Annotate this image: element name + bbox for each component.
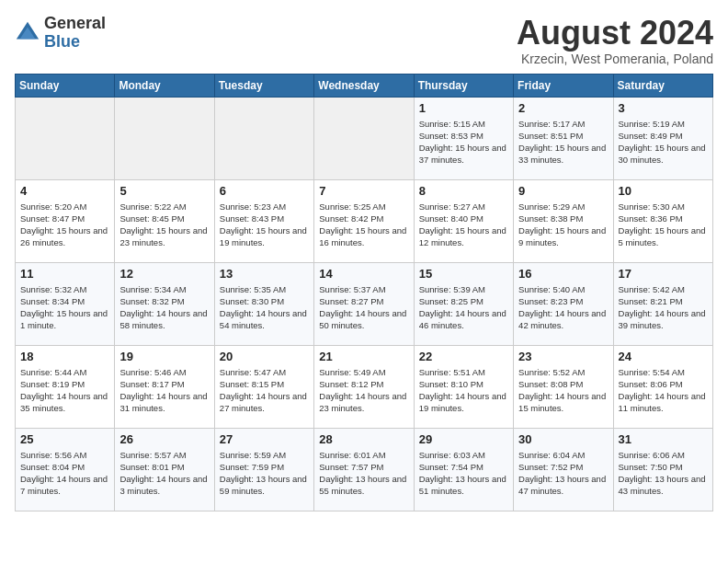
calendar-day-cell: 28Sunrise: 6:01 AMSunset: 7:57 PMDayligh… (314, 428, 414, 511)
calendar-day-cell: 11Sunrise: 5:32 AMSunset: 8:34 PMDayligh… (16, 262, 115, 345)
day-info: Sunrise: 5:59 AMSunset: 7:59 PMDaylight:… (220, 449, 309, 498)
calendar-day-cell: 27Sunrise: 5:59 AMSunset: 7:59 PMDayligh… (214, 428, 313, 511)
calendar-day-cell: 4Sunrise: 5:20 AMSunset: 8:47 PMDaylight… (16, 179, 115, 262)
day-number: 30 (518, 432, 608, 446)
day-info: Sunrise: 5:34 AMSunset: 8:32 PMDaylight:… (119, 283, 209, 332)
page-header: General Blue August 2024 Krzecin, West P… (15, 15, 713, 66)
calendar-day-cell: 22Sunrise: 5:51 AMSunset: 8:10 PMDayligh… (414, 345, 513, 428)
calendar-day-cell: 1Sunrise: 5:15 AMSunset: 8:53 PMDaylight… (414, 97, 513, 179)
weekday-header: Tuesday (214, 74, 313, 97)
calendar-day-cell: 6Sunrise: 5:23 AMSunset: 8:43 PMDaylight… (214, 179, 313, 262)
calendar-day-cell: 2Sunrise: 5:17 AMSunset: 8:51 PMDaylight… (514, 97, 613, 179)
day-info: Sunrise: 5:47 AMSunset: 8:15 PMDaylight:… (220, 366, 309, 415)
day-number: 16 (518, 267, 608, 281)
day-number: 22 (419, 350, 508, 363)
day-info: Sunrise: 5:19 AMSunset: 8:49 PMDaylight:… (619, 118, 708, 167)
calendar-table: SundayMondayTuesdayWednesdayThursdayFrid… (15, 74, 713, 511)
calendar-day-cell: 5Sunrise: 5:22 AMSunset: 8:45 PMDaylight… (115, 179, 214, 262)
day-number: 20 (220, 350, 309, 363)
logo-blue: Blue (44, 32, 80, 51)
day-number: 10 (619, 184, 708, 198)
calendar-week-row: 25Sunrise: 5:56 AMSunset: 8:04 PMDayligh… (16, 428, 713, 511)
calendar-week-row: 4Sunrise: 5:20 AMSunset: 8:47 PMDaylight… (16, 179, 713, 262)
calendar-day-cell: 10Sunrise: 5:30 AMSunset: 8:36 PMDayligh… (613, 179, 712, 262)
calendar-day-cell: 26Sunrise: 5:57 AMSunset: 8:01 PMDayligh… (115, 428, 214, 511)
calendar-day-cell: 29Sunrise: 6:03 AMSunset: 7:54 PMDayligh… (414, 428, 513, 511)
day-number: 15 (419, 267, 508, 281)
day-number: 21 (319, 350, 408, 363)
day-info: Sunrise: 5:20 AMSunset: 8:47 PMDaylight:… (20, 201, 109, 249)
calendar-day-cell (115, 97, 214, 179)
calendar-day-cell: 8Sunrise: 5:27 AMSunset: 8:40 PMDaylight… (414, 179, 513, 262)
calendar-day-cell: 7Sunrise: 5:25 AMSunset: 8:42 PMDaylight… (314, 179, 414, 262)
day-info: Sunrise: 5:40 AMSunset: 8:23 PMDaylight:… (518, 283, 608, 332)
calendar-day-cell: 19Sunrise: 5:46 AMSunset: 8:17 PMDayligh… (115, 345, 214, 428)
calendar-day-cell (214, 97, 313, 179)
day-info: Sunrise: 5:44 AMSunset: 8:19 PMDaylight:… (20, 366, 109, 415)
calendar-day-cell: 14Sunrise: 5:37 AMSunset: 8:27 PMDayligh… (314, 262, 414, 345)
calendar-day-cell: 20Sunrise: 5:47 AMSunset: 8:15 PMDayligh… (214, 345, 313, 428)
day-info: Sunrise: 5:29 AMSunset: 8:38 PMDaylight:… (518, 201, 608, 249)
calendar-day-cell (16, 97, 115, 179)
day-number: 11 (20, 267, 109, 281)
calendar-day-cell: 9Sunrise: 5:29 AMSunset: 8:38 PMDaylight… (514, 179, 613, 262)
month-year: August 2024 (517, 15, 713, 52)
day-info: Sunrise: 5:42 AMSunset: 8:21 PMDaylight:… (619, 283, 708, 332)
day-info: Sunrise: 5:39 AMSunset: 8:25 PMDaylight:… (419, 283, 508, 332)
day-info: Sunrise: 5:49 AMSunset: 8:12 PMDaylight:… (319, 366, 408, 415)
day-number: 13 (220, 267, 309, 281)
weekday-header-row: SundayMondayTuesdayWednesdayThursdayFrid… (16, 74, 713, 97)
calendar-week-row: 1Sunrise: 5:15 AMSunset: 8:53 PMDaylight… (16, 97, 713, 179)
day-number: 4 (20, 184, 109, 198)
calendar-day-cell: 3Sunrise: 5:19 AMSunset: 8:49 PMDaylight… (613, 97, 712, 179)
logo-text: General Blue (44, 15, 106, 52)
day-info: Sunrise: 5:22 AMSunset: 8:45 PMDaylight:… (119, 201, 209, 249)
day-number: 9 (518, 184, 608, 198)
calendar-day-cell: 18Sunrise: 5:44 AMSunset: 8:19 PMDayligh… (16, 345, 115, 428)
day-number: 12 (119, 267, 209, 281)
day-number: 8 (419, 184, 508, 198)
calendar-week-row: 18Sunrise: 5:44 AMSunset: 8:19 PMDayligh… (16, 345, 713, 428)
day-number: 14 (319, 267, 408, 281)
day-number: 31 (619, 432, 708, 446)
day-number: 17 (619, 267, 708, 281)
day-number: 26 (119, 432, 209, 446)
day-info: Sunrise: 5:23 AMSunset: 8:43 PMDaylight:… (220, 201, 309, 249)
calendar-day-cell: 21Sunrise: 5:49 AMSunset: 8:12 PMDayligh… (314, 345, 414, 428)
calendar-day-cell: 25Sunrise: 5:56 AMSunset: 8:04 PMDayligh… (16, 428, 115, 511)
day-info: Sunrise: 5:27 AMSunset: 8:40 PMDaylight:… (419, 201, 508, 249)
calendar-day-cell: 31Sunrise: 6:06 AMSunset: 7:50 PMDayligh… (613, 428, 712, 511)
calendar-day-cell: 30Sunrise: 6:04 AMSunset: 7:52 PMDayligh… (514, 428, 613, 511)
day-info: Sunrise: 5:17 AMSunset: 8:51 PMDaylight:… (518, 118, 608, 167)
day-info: Sunrise: 6:03 AMSunset: 7:54 PMDaylight:… (419, 449, 508, 498)
calendar-day-cell: 13Sunrise: 5:35 AMSunset: 8:30 PMDayligh… (214, 262, 313, 345)
day-info: Sunrise: 5:56 AMSunset: 8:04 PMDaylight:… (20, 449, 109, 498)
day-info: Sunrise: 5:57 AMSunset: 8:01 PMDaylight:… (119, 449, 209, 498)
weekday-header: Friday (514, 74, 613, 97)
calendar-day-cell: 17Sunrise: 5:42 AMSunset: 8:21 PMDayligh… (613, 262, 712, 345)
day-info: Sunrise: 5:51 AMSunset: 8:10 PMDaylight:… (419, 366, 508, 415)
day-info: Sunrise: 5:30 AMSunset: 8:36 PMDaylight:… (619, 201, 708, 249)
day-number: 1 (419, 101, 508, 115)
day-info: Sunrise: 5:46 AMSunset: 8:17 PMDaylight:… (119, 366, 209, 415)
day-info: Sunrise: 5:52 AMSunset: 8:08 PMDaylight:… (518, 366, 608, 415)
day-number: 28 (319, 432, 408, 446)
day-number: 27 (220, 432, 309, 446)
day-number: 5 (119, 184, 209, 198)
day-number: 19 (119, 350, 209, 363)
day-number: 23 (518, 350, 608, 363)
logo: General Blue (15, 15, 106, 52)
calendar-day-cell: 16Sunrise: 5:40 AMSunset: 8:23 PMDayligh… (514, 262, 613, 345)
day-number: 7 (319, 184, 408, 198)
day-info: Sunrise: 6:04 AMSunset: 7:52 PMDaylight:… (518, 449, 608, 498)
day-info: Sunrise: 5:15 AMSunset: 8:53 PMDaylight:… (419, 118, 508, 167)
day-number: 3 (619, 101, 708, 115)
weekday-header: Monday (115, 74, 214, 97)
title-block: August 2024 Krzecin, West Pomerania, Pol… (517, 15, 713, 66)
weekday-header: Saturday (613, 74, 712, 97)
day-info: Sunrise: 5:32 AMSunset: 8:34 PMDaylight:… (20, 283, 109, 332)
calendar-day-cell: 15Sunrise: 5:39 AMSunset: 8:25 PMDayligh… (414, 262, 513, 345)
weekday-header: Thursday (414, 74, 513, 97)
logo-general: General (44, 14, 106, 32)
day-number: 24 (619, 350, 708, 363)
